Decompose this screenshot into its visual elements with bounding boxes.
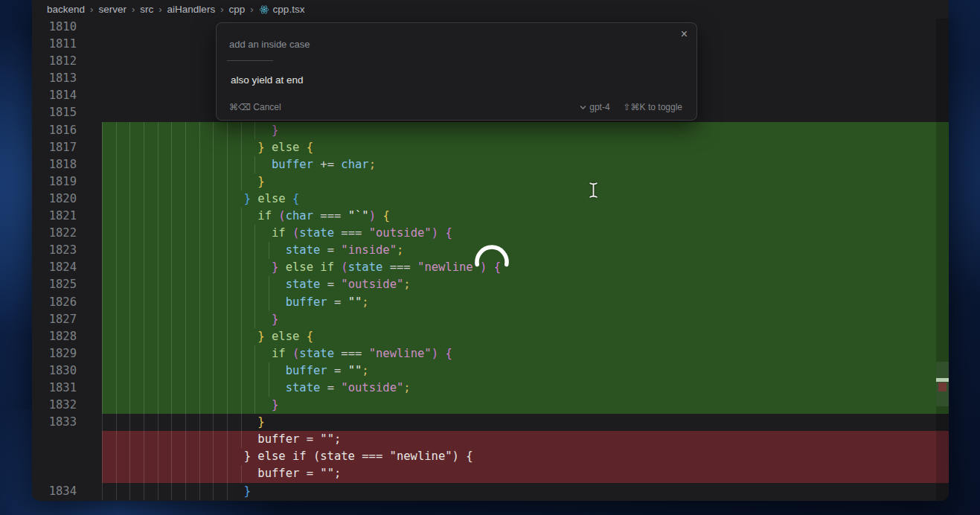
code-line-added[interactable]: 1821 if (char === "`") { — [32, 208, 949, 225]
text-cursor-ibeam-icon — [589, 182, 598, 202]
toggle-hint: ⇧⌘K to toggle — [624, 102, 682, 112]
code-line[interactable]: 1834 } — [32, 483, 949, 500]
code-line-deleted[interactable]: } else if (state === "newline") { — [32, 448, 949, 465]
breadcrumb-separator: › — [90, 4, 93, 15]
code-line-added[interactable]: 1816 } — [32, 122, 949, 139]
overview-ruler-cursor-marker — [936, 378, 949, 382]
line-number — [32, 448, 102, 465]
breadcrumb[interactable]: backend›server›src›aiHandlers›cpp›cpp.ts… — [32, 0, 949, 19]
code-line-deleted[interactable]: buffer = ""; — [32, 431, 949, 448]
line-number: 1827 — [32, 311, 102, 328]
line-number: 1819 — [32, 173, 102, 191]
prompt-history-text: add an inside case — [229, 39, 310, 50]
line-number: 1828 — [32, 328, 102, 345]
react-icon — [259, 4, 269, 15]
code-line-added[interactable]: 1820 } else { — [32, 191, 949, 208]
code-line-added[interactable]: 1828 } else { — [32, 328, 949, 345]
overview-ruler-deleted-marker — [938, 383, 947, 391]
model-name: gpt-4 — [589, 102, 609, 112]
breadcrumb-separator: › — [220, 4, 223, 15]
code-line-added[interactable]: 1818 buffer += char; — [32, 156, 949, 173]
cancel-keys: ⌘⌫ — [229, 102, 251, 112]
code-line-added[interactable]: 1829 if (state === "newline") { — [32, 345, 949, 362]
cancel-button[interactable]: ⌘⌫ Cancel — [229, 102, 281, 112]
editor-window: backend›server›src›aiHandlers›cpp›cpp.ts… — [32, 0, 949, 501]
code-text: } else { — [102, 139, 949, 156]
breadcrumb-separator: › — [132, 4, 135, 15]
line-number: 1818 — [32, 156, 102, 173]
code-text: buffer = ""; — [102, 362, 949, 380]
code-line-added[interactable]: 1826 buffer = ""; — [32, 294, 949, 311]
line-number — [32, 431, 102, 448]
line-number: 1823 — [32, 242, 102, 259]
code-text: } — [102, 397, 949, 414]
code-line-added[interactable]: 1831 state = "outside"; — [32, 380, 949, 397]
line-number: 1825 — [32, 276, 102, 293]
line-number: 1810 — [32, 19, 102, 36]
code-text: state = "outside"; — [102, 276, 949, 293]
line-number: 1811 — [32, 36, 102, 53]
line-number: 1829 — [32, 345, 102, 362]
breadcrumb-separator: › — [158, 4, 161, 15]
code-text: } — [102, 122, 949, 139]
code-line-added[interactable]: 1819 } — [32, 173, 949, 191]
code-text: } else if (state === "newline") { — [102, 448, 949, 465]
breadcrumb-item[interactable]: server — [98, 4, 126, 15]
line-number: 1812 — [32, 53, 102, 70]
code-text: } — [102, 414, 949, 431]
code-text: } else { — [102, 328, 949, 345]
code-text: } — [102, 173, 949, 191]
code-line-added[interactable]: 1817 } else { — [32, 139, 949, 156]
breadcrumb-item[interactable]: cpp — [228, 4, 245, 15]
line-number: 1834 — [32, 483, 102, 500]
line-number: 1822 — [32, 225, 102, 242]
code-line[interactable]: 1833 } — [32, 414, 949, 431]
code-text: } — [102, 483, 949, 500]
breadcrumb-item[interactable]: backend — [47, 4, 85, 15]
code-text: if (char === "`") { — [102, 208, 949, 225]
code-text: buffer = ""; — [102, 294, 949, 311]
code-text: state = "outside"; — [102, 380, 949, 397]
model-selector[interactable]: gpt-4 — [580, 102, 609, 112]
inline-ai-prompt-dialog: × add an inside case also yield at end ⌘… — [216, 22, 697, 121]
breadcrumb-item[interactable]: aiHandlers — [167, 4, 216, 15]
prompt-input[interactable]: also yield at end — [231, 74, 304, 86]
line-number: 1826 — [32, 294, 102, 311]
line-number: 1830 — [32, 362, 102, 380]
loading-spinner-icon — [475, 245, 509, 279]
code-text: buffer += char; — [102, 156, 949, 173]
code-text: if (state === "outside") { — [102, 225, 949, 242]
line-number: 1821 — [32, 208, 102, 225]
close-icon[interactable]: × — [681, 28, 688, 41]
code-text: } else { — [102, 191, 949, 208]
code-line-deleted[interactable]: buffer = ""; — [32, 465, 949, 482]
code-text: buffer = ""; — [102, 431, 949, 448]
code-line-added[interactable]: 1830 buffer = ""; — [32, 362, 949, 380]
breadcrumb-item-file[interactable]: cpp.tsx — [259, 4, 305, 15]
code-line-added[interactable]: 1827 } — [32, 311, 949, 328]
line-number: 1814 — [32, 87, 102, 104]
breadcrumb-item[interactable]: src — [140, 4, 153, 15]
breadcrumb-file-name: cpp.tsx — [273, 4, 305, 15]
line-number: 1824 — [32, 259, 102, 276]
line-number: 1832 — [32, 397, 102, 414]
dialog-divider — [227, 60, 273, 61]
code-text: } — [102, 311, 949, 328]
breadcrumb-separator: › — [250, 4, 253, 15]
code-text: if (state === "newline") { — [102, 345, 949, 362]
code-text: state = "inside"; — [102, 242, 949, 259]
line-number: 1831 — [32, 380, 102, 397]
line-number: 1816 — [32, 122, 102, 139]
cancel-label: Cancel — [253, 102, 281, 112]
chevron-down-icon — [580, 105, 586, 110]
code-text: buffer = ""; — [102, 465, 949, 482]
line-number — [32, 465, 102, 482]
line-number: 1820 — [32, 191, 102, 208]
code-line-added[interactable]: 1832 } — [32, 397, 949, 414]
scrollbar-track[interactable] — [936, 19, 949, 501]
line-number: 1815 — [32, 104, 102, 121]
line-number: 1817 — [32, 139, 102, 156]
code-line-added[interactable]: 1822 if (state === "outside") { — [32, 225, 949, 242]
line-number: 1833 — [32, 414, 102, 431]
code-text: } else if (state === "newline") { — [102, 259, 949, 276]
